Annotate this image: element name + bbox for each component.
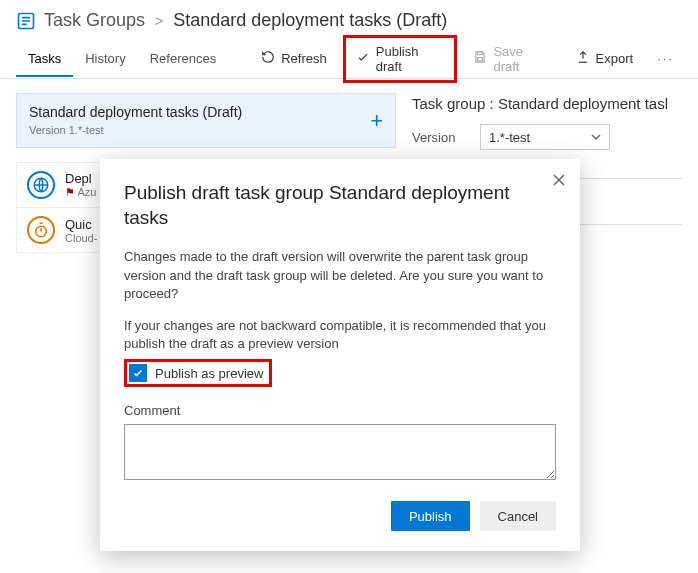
save-draft-button: Save draft — [463, 38, 559, 80]
publish-dialog: Publish draft task group Standard deploy… — [100, 159, 580, 551]
task-subtitle: Cloud- — [65, 232, 97, 244]
publish-button[interactable]: Publish — [391, 501, 470, 531]
tab-references[interactable]: References — [138, 41, 228, 77]
version-select[interactable]: 1.*-test — [480, 124, 610, 150]
tabbar: Tasks History References Refresh Publish… — [0, 39, 698, 79]
chevron-down-icon — [591, 130, 601, 145]
breadcrumb: Task Groups > Standard deployment tasks … — [0, 0, 698, 33]
version-value: 1.*-test — [489, 130, 530, 145]
export-icon — [576, 50, 590, 67]
details-title: Task group : Standard deployment tasl — [412, 95, 682, 112]
globe-icon — [27, 171, 55, 199]
close-icon — [552, 173, 566, 187]
checkbox-checked-icon — [129, 364, 147, 382]
publish-draft-button[interactable]: Publish draft — [343, 35, 458, 83]
refresh-label: Refresh — [281, 51, 327, 66]
save-draft-label: Save draft — [493, 44, 549, 74]
breadcrumb-current: Standard deployment tasks (Draft) — [173, 10, 447, 31]
version-label: Version — [412, 130, 468, 145]
stopwatch-icon — [27, 216, 55, 244]
version-field: Version 1.*-test — [412, 124, 682, 150]
comment-input[interactable] — [124, 424, 556, 480]
dialog-title: Publish draft task group Standard deploy… — [124, 181, 556, 230]
taskgroup-header[interactable]: Standard deployment tasks (Draft) Versio… — [16, 93, 396, 148]
svg-rect-2 — [478, 58, 483, 62]
taskgroup-title: Standard deployment tasks (Draft) — [29, 104, 242, 120]
task-title: Depl — [65, 171, 96, 186]
dialog-body-2: If your changes are not backward compati… — [124, 317, 556, 353]
chevron-right-icon: > — [153, 13, 165, 29]
taskgroup-version: Version 1.*-test — [29, 124, 104, 136]
refresh-button[interactable]: Refresh — [251, 44, 337, 73]
more-button[interactable]: ··· — [649, 45, 682, 72]
export-button[interactable]: Export — [566, 44, 644, 73]
taskgroup-icon — [16, 11, 36, 31]
cancel-button[interactable]: Cancel — [480, 501, 556, 531]
dialog-body-1: Changes made to the draft version will o… — [124, 248, 556, 303]
refresh-icon — [261, 50, 275, 67]
checkbox-label: Publish as preview — [155, 366, 263, 381]
comment-label: Comment — [124, 403, 556, 418]
add-task-button[interactable]: + — [370, 108, 383, 134]
task-subtitle: Azu — [77, 186, 96, 198]
task-title: Quic — [65, 217, 97, 232]
close-button[interactable] — [552, 173, 566, 190]
save-icon — [473, 50, 487, 67]
tab-tasks[interactable]: Tasks — [16, 41, 73, 77]
breadcrumb-root[interactable]: Task Groups — [44, 10, 145, 31]
check-icon — [356, 50, 370, 67]
tab-history[interactable]: History — [73, 41, 137, 77]
publish-as-preview-checkbox[interactable]: Publish as preview — [124, 359, 272, 387]
svg-rect-1 — [478, 52, 483, 55]
export-label: Export — [596, 51, 634, 66]
publish-draft-label: Publish draft — [376, 44, 445, 74]
